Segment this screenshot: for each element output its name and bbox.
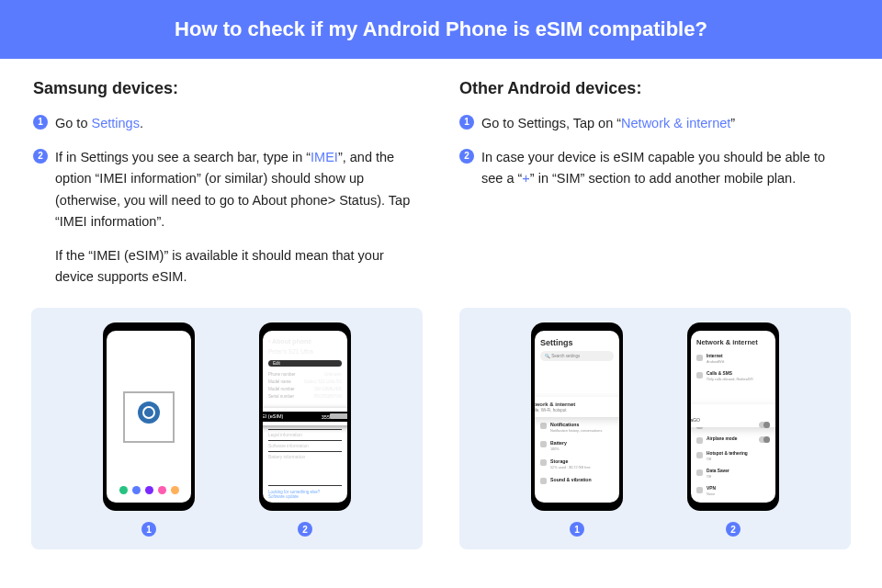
samsung-shot-1: Settings 1 [103, 322, 195, 537]
list-item: Private DNS [696, 500, 770, 503]
step-text: If in Settings you see a search bar, typ… [55, 147, 423, 232]
settings-tile: Settings [125, 393, 173, 441]
other-steps: 1Go to Settings, Tap on “Network & inter… [459, 113, 849, 190]
item-icon [696, 372, 703, 379]
list-item: Storage52% used · 30.72 GB free [540, 455, 614, 473]
about-phone-title: ‹ About phone [268, 338, 342, 345]
samsung-column: Samsung devices: 1Go to Settings.2If in … [33, 79, 423, 300]
step: 2In case your device is eSIM capable you… [459, 147, 849, 189]
instruction-columns: Samsung devices: 1Go to Settings.2If in … [0, 59, 882, 300]
caption-badge: 2 [726, 522, 741, 537]
network-items-below: RedteaGOAirplane modeHotspot & tethering… [696, 418, 770, 503]
item-icon [696, 469, 703, 476]
device-name: Peter's S21 Ultra [268, 348, 342, 355]
network-title: Network & internet [696, 338, 770, 346]
info-row: Model numberSM-G998U/DS [268, 387, 342, 391]
toggle [759, 422, 770, 428]
toggle [759, 436, 770, 443]
list-item: NotificationsNotification history, conve… [540, 418, 614, 436]
network-items-top: InternetAndroidWifiCalls & SMSOnly calls… [696, 350, 770, 385]
phone-frame: Settings 🔍 Search settings Network & int… [531, 322, 623, 511]
step-text: Go to Settings, Tap on “Network & intern… [481, 113, 849, 134]
info-row: Serial numberR5CR50BXVM [268, 394, 342, 399]
screenshot-panels: Settings 1 ‹ About phone Peter's S21 Ult… [0, 308, 882, 549]
step-text: Go to Settings. [55, 113, 423, 134]
item-icon [540, 478, 547, 484]
phone-frame: Network & internet InternetAndroidWifiCa… [687, 322, 779, 511]
step-marker: 1 [33, 115, 48, 130]
masked-digits [330, 413, 347, 419]
gear-icon [138, 401, 160, 424]
sims-label: SIMs [691, 408, 775, 413]
item-icon [696, 487, 703, 493]
item-icon [696, 452, 703, 458]
phone-screen: Network & internet InternetAndroidWifiCa… [691, 331, 775, 503]
other-shot-1: Settings 🔍 Search settings Network & int… [531, 322, 623, 537]
item-icon [540, 423, 547, 429]
list-item: Sound & vibration [540, 473, 614, 488]
list-item: Battery information [268, 451, 342, 462]
info-row: Model nameGalaxy S21 Ultra 5G [268, 379, 342, 384]
item-icon [696, 355, 703, 361]
page-header: How to check if my Android Phone is eSIM… [0, 0, 882, 59]
list-item: Hotspot & tetheringOff [696, 447, 770, 465]
phone-frame: ‹ About phone Peter's S21 Ultra Edit Pho… [259, 322, 351, 511]
dock [107, 486, 191, 499]
imei-label: IMEI (eSIM) [263, 413, 283, 420]
step-marker: 1 [459, 115, 474, 130]
item-icon [540, 441, 547, 447]
other-panel: Settings 🔍 Search settings Network & int… [459, 308, 851, 549]
imei-callout: IMEI (eSIM) 355 [263, 408, 347, 425]
other-shot-2: Network & internet InternetAndroidWifiCa… [687, 322, 779, 537]
step-extra: If the “IMEI (eSIM)” is available it sho… [55, 245, 423, 288]
caption-badge: 2 [298, 522, 312, 537]
settings-tile-label: Settings [137, 426, 160, 433]
list-item: Data SaverOff [696, 465, 770, 482]
info-row: Phone numberUnknown [268, 372, 342, 377]
samsung-panel: Settings 1 ‹ About phone Peter's S21 Ult… [31, 308, 423, 549]
settings-title: Settings [540, 338, 614, 347]
list-item: Software information [268, 440, 342, 451]
samsung-steps: 1Go to Settings.2If in Settings you see … [33, 113, 423, 288]
list-item: InternetAndroidWifi [696, 350, 770, 368]
step-text: In case your device is eSIM capable you … [481, 147, 849, 189]
caption-badge: 1 [141, 522, 156, 537]
item-icon [696, 437, 703, 444]
step: 2If in Settings you see a search bar, ty… [33, 147, 423, 288]
phone-screen: ‹ About phone Peter's S21 Ultra Edit Pho… [263, 331, 347, 503]
phone-screen: Settings [107, 331, 191, 503]
edit-pill: Edit [268, 360, 342, 367]
list-item: VPNNone [696, 482, 770, 500]
samsung-shot-2: ‹ About phone Peter's S21 Ultra Edit Pho… [259, 322, 351, 537]
step-marker: 2 [33, 149, 48, 164]
list-item: Legal information [268, 429, 342, 440]
search-bar: 🔍 Search settings [540, 351, 614, 361]
network-internet-callout: Network & internet Mobile, Wi-Fi, hotspo… [535, 397, 619, 417]
step: 1Go to Settings, Tap on “Network & inter… [459, 113, 849, 134]
page-title: How to check if my Android Phone is eSIM… [175, 17, 707, 41]
callout-sub: Mobile, Wi-Fi, hotspot [535, 408, 567, 413]
step: 1Go to Settings. [33, 113, 423, 134]
list-item: Calls & SMSOnly calls allowed, RedteaGO [696, 368, 770, 385]
other-heading: Other Android devices: [459, 79, 849, 98]
list-item: Battery100% [540, 436, 614, 455]
info-rows: Phone numberUnknownModel nameGalaxy S21 … [268, 372, 342, 401]
list-item: Airplane mode [696, 433, 770, 447]
other-column: Other Android devices: 1Go to Settings, … [459, 79, 849, 300]
footer-hint: Looking for something else? Software upd… [268, 485, 342, 503]
callout-title: Network & internet [535, 401, 575, 407]
item-icon [540, 459, 547, 466]
imei-value: 355 [322, 413, 347, 420]
phone-frame: Settings [103, 322, 195, 511]
sim-name: RedteaGO [691, 417, 700, 423]
step-marker: 2 [459, 149, 474, 164]
phone-screen: Settings 🔍 Search settings Network & int… [535, 331, 619, 503]
samsung-heading: Samsung devices: [33, 79, 423, 98]
caption-badge: 1 [570, 522, 584, 537]
